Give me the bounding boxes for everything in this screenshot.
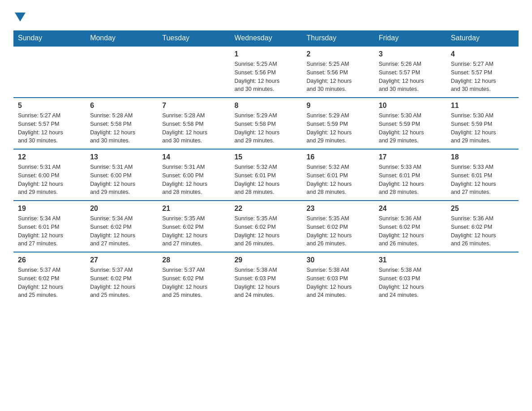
day-number: 26: [18, 256, 81, 264]
day-cell: 3Sunrise: 5:26 AM Sunset: 5:57 PM Daylig…: [374, 46, 446, 98]
day-cell: 20Sunrise: 5:34 AM Sunset: 6:02 PM Dayli…: [86, 201, 158, 252]
day-number: 17: [379, 153, 442, 161]
day-number: 16: [307, 153, 370, 161]
day-info: Sunrise: 5:35 AM Sunset: 6:02 PM Dayligh…: [234, 214, 297, 248]
day-number: 12: [18, 153, 81, 161]
day-cell: [158, 46, 230, 98]
day-number: 3: [379, 50, 442, 58]
day-cell: 16Sunrise: 5:32 AM Sunset: 6:01 PM Dayli…: [302, 149, 374, 201]
day-number: 19: [18, 205, 81, 213]
day-cell: 22Sunrise: 5:35 AM Sunset: 6:02 PM Dayli…: [230, 201, 302, 252]
day-cell: 30Sunrise: 5:38 AM Sunset: 6:03 PM Dayli…: [302, 252, 374, 303]
day-number: 8: [234, 102, 297, 110]
day-number: 28: [162, 256, 225, 264]
day-number: 10: [379, 102, 442, 110]
day-cell: 25Sunrise: 5:36 AM Sunset: 6:02 PM Dayli…: [446, 201, 519, 252]
day-number: 24: [379, 205, 442, 213]
day-cell: 13Sunrise: 5:31 AM Sunset: 6:00 PM Dayli…: [86, 149, 158, 201]
day-cell: 8Sunrise: 5:29 AM Sunset: 5:58 PM Daylig…: [230, 98, 302, 149]
week-row-2: 5Sunrise: 5:27 AM Sunset: 5:57 PM Daylig…: [13, 98, 519, 149]
day-cell: 12Sunrise: 5:31 AM Sunset: 6:00 PM Dayli…: [13, 149, 86, 201]
day-number: 23: [307, 205, 370, 213]
day-cell: 21Sunrise: 5:35 AM Sunset: 6:02 PM Dayli…: [158, 201, 230, 252]
day-info: Sunrise: 5:32 AM Sunset: 6:01 PM Dayligh…: [234, 163, 297, 197]
day-info: Sunrise: 5:35 AM Sunset: 6:02 PM Dayligh…: [307, 214, 370, 248]
header-thursday: Thursday: [302, 30, 374, 46]
day-cell: 26Sunrise: 5:37 AM Sunset: 6:02 PM Dayli…: [13, 252, 86, 303]
day-cell: 14Sunrise: 5:31 AM Sunset: 6:00 PM Dayli…: [158, 149, 230, 201]
day-info: Sunrise: 5:31 AM Sunset: 6:00 PM Dayligh…: [162, 163, 225, 197]
day-number: 18: [451, 153, 514, 161]
day-cell: 18Sunrise: 5:33 AM Sunset: 6:01 PM Dayli…: [446, 149, 519, 201]
week-row-5: 26Sunrise: 5:37 AM Sunset: 6:02 PM Dayli…: [13, 252, 519, 303]
day-cell: 31Sunrise: 5:38 AM Sunset: 6:03 PM Dayli…: [374, 252, 446, 303]
day-cell: 23Sunrise: 5:35 AM Sunset: 6:02 PM Dayli…: [302, 201, 374, 252]
day-info: Sunrise: 5:36 AM Sunset: 6:02 PM Dayligh…: [379, 214, 442, 248]
day-number: 4: [451, 50, 514, 58]
day-info: Sunrise: 5:28 AM Sunset: 5:58 PM Dayligh…: [90, 111, 153, 145]
day-cell: 28Sunrise: 5:37 AM Sunset: 6:02 PM Dayli…: [158, 252, 230, 303]
day-cell: 10Sunrise: 5:30 AM Sunset: 5:59 PM Dayli…: [374, 98, 446, 149]
day-info: Sunrise: 5:38 AM Sunset: 6:03 PM Dayligh…: [234, 266, 297, 300]
week-row-4: 19Sunrise: 5:34 AM Sunset: 6:01 PM Dayli…: [13, 201, 519, 252]
day-number: 31: [379, 256, 442, 264]
day-cell: [13, 46, 86, 98]
day-number: 1: [234, 50, 297, 58]
week-row-3: 12Sunrise: 5:31 AM Sunset: 6:00 PM Dayli…: [13, 149, 519, 201]
day-number: 6: [90, 102, 153, 110]
header-tuesday: Tuesday: [158, 30, 230, 46]
day-info: Sunrise: 5:36 AM Sunset: 6:02 PM Dayligh…: [451, 214, 514, 248]
header-friday: Friday: [374, 30, 446, 46]
day-info: Sunrise: 5:30 AM Sunset: 5:59 PM Dayligh…: [451, 111, 514, 145]
day-info: Sunrise: 5:25 AM Sunset: 5:56 PM Dayligh…: [234, 60, 297, 94]
day-info: Sunrise: 5:31 AM Sunset: 6:00 PM Dayligh…: [18, 163, 81, 197]
day-cell: 5Sunrise: 5:27 AM Sunset: 5:57 PM Daylig…: [13, 98, 86, 149]
header-monday: Monday: [86, 30, 158, 46]
logo: [13, 9, 26, 21]
day-cell: 2Sunrise: 5:25 AM Sunset: 5:56 PM Daylig…: [302, 46, 374, 98]
day-cell: 7Sunrise: 5:28 AM Sunset: 5:58 PM Daylig…: [158, 98, 230, 149]
day-number: 29: [234, 256, 297, 264]
week-row-1: 1Sunrise: 5:25 AM Sunset: 5:56 PM Daylig…: [13, 46, 519, 98]
day-info: Sunrise: 5:29 AM Sunset: 5:58 PM Dayligh…: [234, 111, 297, 145]
header-saturday: Saturday: [446, 30, 519, 46]
day-number: 11: [451, 102, 514, 110]
page-header: [13, 9, 519, 21]
day-info: Sunrise: 5:38 AM Sunset: 6:03 PM Dayligh…: [379, 266, 442, 300]
calendar-table: SundayMondayTuesdayWednesdayThursdayFrid…: [13, 30, 519, 303]
day-info: Sunrise: 5:31 AM Sunset: 6:00 PM Dayligh…: [90, 163, 153, 197]
day-cell: 24Sunrise: 5:36 AM Sunset: 6:02 PM Dayli…: [374, 201, 446, 252]
day-cell: 1Sunrise: 5:25 AM Sunset: 5:56 PM Daylig…: [230, 46, 302, 98]
day-info: Sunrise: 5:37 AM Sunset: 6:02 PM Dayligh…: [18, 266, 81, 300]
calendar-header-row: SundayMondayTuesdayWednesdayThursdayFrid…: [13, 30, 519, 46]
day-info: Sunrise: 5:37 AM Sunset: 6:02 PM Dayligh…: [162, 266, 225, 300]
day-info: Sunrise: 5:35 AM Sunset: 6:02 PM Dayligh…: [162, 214, 225, 248]
day-info: Sunrise: 5:26 AM Sunset: 5:57 PM Dayligh…: [379, 60, 442, 94]
day-cell: [86, 46, 158, 98]
day-info: Sunrise: 5:30 AM Sunset: 5:59 PM Dayligh…: [379, 111, 442, 145]
day-number: 5: [18, 102, 81, 110]
day-number: 14: [162, 153, 225, 161]
day-cell: 19Sunrise: 5:34 AM Sunset: 6:01 PM Dayli…: [13, 201, 86, 252]
day-info: Sunrise: 5:33 AM Sunset: 6:01 PM Dayligh…: [451, 163, 514, 197]
day-info: Sunrise: 5:27 AM Sunset: 5:57 PM Dayligh…: [451, 60, 514, 94]
day-info: Sunrise: 5:34 AM Sunset: 6:02 PM Dayligh…: [90, 214, 153, 248]
day-cell: 4Sunrise: 5:27 AM Sunset: 5:57 PM Daylig…: [446, 46, 519, 98]
day-cell: 15Sunrise: 5:32 AM Sunset: 6:01 PM Dayli…: [230, 149, 302, 201]
day-info: Sunrise: 5:32 AM Sunset: 6:01 PM Dayligh…: [307, 163, 370, 197]
day-number: 22: [234, 205, 297, 213]
day-number: 30: [307, 256, 370, 264]
day-info: Sunrise: 5:33 AM Sunset: 6:01 PM Dayligh…: [379, 163, 442, 197]
day-cell: 11Sunrise: 5:30 AM Sunset: 5:59 PM Dayli…: [446, 98, 519, 149]
day-number: 27: [90, 256, 153, 264]
header-sunday: Sunday: [13, 30, 86, 46]
day-info: Sunrise: 5:37 AM Sunset: 6:02 PM Dayligh…: [90, 266, 153, 300]
day-info: Sunrise: 5:29 AM Sunset: 5:59 PM Dayligh…: [307, 111, 370, 145]
logo-triangle-icon: [15, 13, 26, 21]
day-cell: 9Sunrise: 5:29 AM Sunset: 5:59 PM Daylig…: [302, 98, 374, 149]
day-number: 20: [90, 205, 153, 213]
day-number: 9: [307, 102, 370, 110]
day-number: 2: [307, 50, 370, 58]
day-info: Sunrise: 5:25 AM Sunset: 5:56 PM Dayligh…: [307, 60, 370, 94]
day-cell: 27Sunrise: 5:37 AM Sunset: 6:02 PM Dayli…: [86, 252, 158, 303]
